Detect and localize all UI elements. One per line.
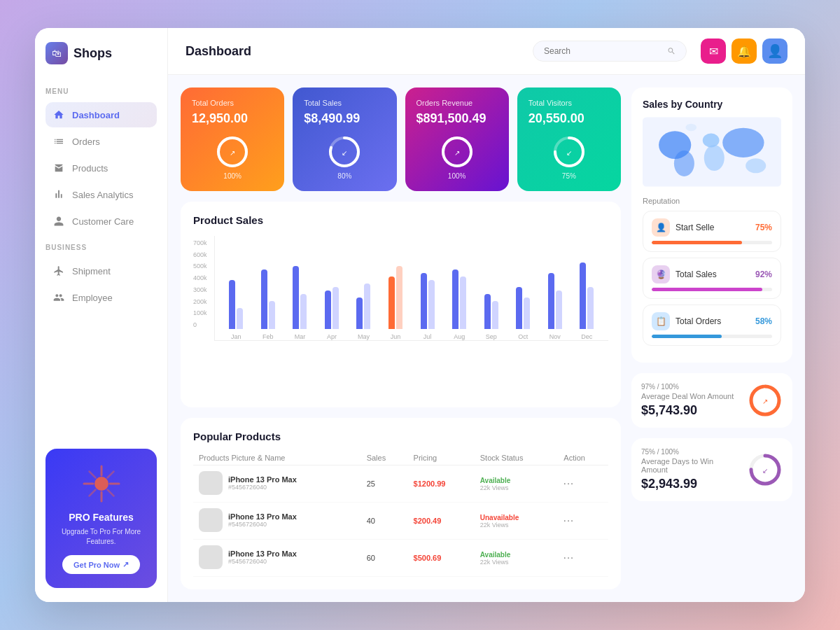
main-content: Dashboard ✉ 🔔 👤 Total Orders 12,950.00: [168, 28, 805, 602]
svg-line-5: [107, 472, 113, 478]
col-header-action: Action: [558, 451, 608, 465]
get-pro-button[interactable]: Get Pro Now ↗: [62, 555, 140, 574]
sidebar-item-customer-care[interactable]: Customer Care: [46, 209, 157, 234]
bar-group-Aug: Aug: [444, 270, 474, 340]
shipment-icon: [52, 265, 65, 277]
app-container: 🛍 Shops MENU Dashboard Orders P: [35, 28, 805, 602]
svg-point-25: [704, 145, 724, 171]
product-image: [199, 508, 223, 532]
promo-title: PRO Features: [56, 512, 146, 523]
reputation-items: 👤Start Selle75%🔮Total Sales92%📋Total Ord…: [643, 211, 781, 346]
svg-line-8: [89, 472, 95, 478]
deal-value-1: $2,943.99: [641, 477, 741, 491]
stat-card-orders-revenue: Orders Revenue $891,500.49 ↗ 100%: [405, 88, 509, 191]
deal-card-1: 75% / 100% Average Days to Win Amount $2…: [631, 438, 792, 501]
deal-label-0: Average Deal Won Amount: [641, 392, 741, 400]
stat-title-1: Total Sales: [304, 99, 385, 107]
stat-circle-0: ↗ 100%: [192, 134, 273, 180]
svg-text:↗: ↗: [454, 149, 460, 157]
svg-text:↗: ↗: [230, 149, 235, 157]
world-map: [643, 117, 781, 187]
svg-text:↗: ↗: [762, 398, 768, 405]
main-nav: Dashboard Orders Products Sales Analytic…: [46, 102, 157, 235]
sidebar-item-dashboard[interactable]: Dashboard: [46, 102, 157, 127]
stat-value-2: $891,500.49: [416, 111, 498, 126]
stat-title-0: Total Orders: [192, 99, 273, 107]
sidebar-item-shipment[interactable]: Shipment: [46, 258, 157, 284]
sidebar: 🛍 Shops MENU Dashboard Orders P: [35, 28, 168, 602]
svg-point-24: [703, 134, 720, 148]
bar-group-Mar: Mar: [286, 266, 315, 340]
svg-line-7: [107, 490, 113, 496]
table-row: iPhone 13 Pro Max#545672604060$500.69Ava…: [193, 540, 608, 577]
svg-point-23: [674, 150, 694, 176]
reputation-item-1: 🔮Total Sales92%: [643, 258, 781, 299]
mail-button[interactable]: ✉: [701, 38, 726, 64]
stat-card-total-orders: Total Orders 12,950.00 ↗ 100%: [181, 88, 284, 191]
sidebar-item-sales-analytics[interactable]: Sales Analytics: [46, 182, 157, 207]
products-table: Products Picture & Name Sales Pricing St…: [193, 451, 608, 577]
col-header-sales: Sales: [361, 451, 408, 465]
bar-group-Apr: Apr: [317, 287, 346, 340]
bar-group-May: May: [349, 284, 379, 340]
deal-card-0: 97% / 100% Average Deal Won Amount $5,74…: [631, 373, 792, 428]
deal-pct-0: 97% / 100%: [641, 383, 741, 391]
svg-text:↙: ↙: [342, 149, 347, 157]
analytics-icon: [52, 188, 65, 201]
svg-point-28: [685, 124, 696, 132]
notification-button[interactable]: 🔔: [732, 38, 757, 64]
avatar-button[interactable]: 👤: [762, 38, 788, 64]
customer-icon: [52, 215, 65, 227]
employee-icon: [52, 291, 65, 304]
page-title: Dashboard: [186, 44, 519, 59]
stat-circle-2: ↗ 100%: [416, 134, 498, 180]
svg-text:↙: ↙: [762, 467, 768, 475]
rep-icon-0: 👤: [652, 218, 670, 237]
deal-circle-1: ↙: [748, 452, 783, 487]
stat-cards: Total Orders 12,950.00 ↗ 100%: [181, 88, 621, 191]
dashboard-body: Total Orders 12,950.00 ↗ 100%: [168, 75, 805, 602]
bar-group-Nov: Nov: [540, 273, 570, 340]
stat-card-total-sales: Total Sales $8,490.99 ↙ 80%: [293, 88, 396, 191]
deal-label-1: Average Days to Win Amount: [641, 457, 741, 474]
product-image: [199, 471, 223, 495]
promo-icon: [80, 463, 122, 505]
reputation-item-0: 👤Start Selle75%: [643, 211, 781, 252]
reputation-item-2: 📋Total Orders58%: [643, 304, 781, 346]
product-sales-chart: Product Sales 0 100k 200k 300k 400k 500k…: [181, 202, 621, 407]
rep-icon-1: 🔮: [652, 265, 670, 284]
popular-products-title: Popular Products: [193, 430, 608, 442]
deal-circle-0: ↗: [748, 383, 783, 418]
header: Dashboard ✉ 🔔 👤: [168, 28, 805, 75]
stat-title-3: Total Visitors: [528, 99, 610, 107]
stat-title-2: Orders Revenue: [416, 99, 498, 107]
sidebar-item-products[interactable]: Products: [46, 155, 157, 181]
promo-card: PRO Features Upgrade To Pro For More Fea…: [46, 449, 157, 588]
stat-value-0: 12,950.00: [192, 111, 273, 126]
bar-group-Oct: Oct: [508, 287, 538, 340]
logo-icon: 🛍: [46, 42, 68, 64]
deal-pct-1: 75% / 100%: [641, 448, 741, 456]
bar-chart-area: JanFebMarAprMayJunJulAugSepOctNovDec: [214, 236, 608, 341]
right-column: Sales by Country: [631, 88, 792, 589]
deal-value-0: $5,743.90: [641, 403, 741, 418]
bar-group-Dec: Dec: [573, 262, 602, 340]
stat-value-1: $8,490.99: [304, 111, 385, 126]
business-label: BUSINESS: [46, 244, 157, 251]
col-header-stock: Stock Status: [475, 451, 559, 465]
menu-label: MENU: [46, 88, 157, 95]
reputation-label: Reputation: [643, 197, 781, 205]
sidebar-item-employee[interactable]: Employee: [46, 285, 157, 310]
svg-point-27: [746, 158, 766, 173]
col-header-pricing: Pricing: [408, 451, 475, 465]
sidebar-logo: 🛍 Shops: [46, 42, 157, 64]
bar-group-Feb: Feb: [253, 270, 283, 340]
action-menu[interactable]: ···: [558, 540, 608, 577]
sidebar-item-orders[interactable]: Orders: [46, 129, 157, 154]
search-bar[interactable]: [533, 41, 687, 62]
action-menu[interactable]: ···: [558, 465, 608, 503]
action-menu[interactable]: ···: [558, 503, 608, 540]
search-input[interactable]: [544, 46, 662, 56]
left-column: Total Orders 12,950.00 ↗ 100%: [181, 88, 621, 589]
product-image: [199, 545, 223, 569]
